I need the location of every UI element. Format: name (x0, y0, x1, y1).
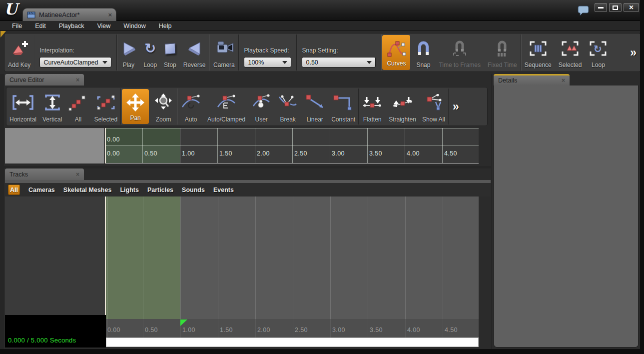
maximize-button[interactable] (609, 3, 622, 12)
curve-time-cursor[interactable] (105, 128, 106, 164)
pan-icon (125, 93, 146, 112)
play-icon (120, 41, 136, 56)
toolbar-overflow-chevron[interactable]: » (626, 46, 641, 60)
tracks-tab[interactable]: Tracks × (5, 168, 84, 180)
details-tab-close-icon[interactable]: × (562, 77, 565, 84)
fit-selected-keys-icon (95, 94, 116, 111)
menu-file[interactable]: File (7, 22, 28, 30)
svg-text:↻: ↻ (594, 43, 602, 55)
curve-ruler-tick: 4.50 (444, 150, 457, 157)
interp-auto-button[interactable]: Auto (177, 88, 204, 126)
interp-constant-button[interactable]: Constant (328, 88, 358, 126)
toolbar-spacer (611, 34, 626, 72)
filter-cameras[interactable]: Cameras (28, 186, 55, 194)
camera-button[interactable]: Camera (209, 34, 238, 72)
track-list-sidebar[interactable] (5, 196, 105, 319)
interpolation-dropdown[interactable]: CurveAutoClamped (39, 57, 111, 68)
close-window-button[interactable]: ✕ (624, 3, 639, 12)
dropdown-arrow-icon (367, 61, 372, 64)
curve-editor-tab-close-icon[interactable]: × (76, 76, 79, 84)
fit-horizontal-icon (11, 94, 34, 111)
show-all-keys-button[interactable]: Show All (419, 88, 448, 126)
maximize-icon (613, 6, 618, 10)
pan-mode-button[interactable]: Pan (122, 89, 149, 124)
snap-toggle-button[interactable]: Snap (411, 34, 435, 72)
menu-playback[interactable]: Playback (52, 22, 91, 30)
fit-loop-button[interactable]: ↻ Loop (585, 34, 611, 72)
snap-setting-dropdown[interactable]: 0.50 (302, 57, 376, 68)
menu-help[interactable]: Help (152, 22, 178, 30)
interp-break-button[interactable]: Break (274, 88, 301, 126)
menu-view[interactable]: View (90, 22, 117, 30)
reverse-button[interactable]: Reverse (180, 34, 209, 72)
curve-editor-tab[interactable]: Curve Editor × (5, 74, 84, 86)
playback-speed-value: 100% (248, 59, 264, 66)
menu-bar: File Edit Playback View Window Help (0, 21, 644, 31)
curve-ruler-tick: 0.00 (107, 150, 120, 157)
curve-editor-grid[interactable]: 0.00 0.00 0.50 1.00 1.50 2.00 2.50 3.00 … (105, 128, 479, 164)
details-content-area[interactable] (494, 86, 639, 348)
interp-constant-icon (332, 94, 354, 111)
track-timeline-area[interactable] (106, 196, 479, 319)
minimize-button[interactable] (595, 3, 607, 12)
document-tab-title: MatineeActor* (39, 11, 80, 18)
flatten-tangents-icon (362, 94, 383, 111)
play-button[interactable]: Play (117, 34, 140, 72)
flatten-tangents-button[interactable]: Flatten (359, 88, 386, 126)
curve-editor-track-list[interactable] (5, 128, 105, 164)
curves-toggle-button[interactable]: Curves (382, 35, 410, 70)
curve-grid-divider (105, 145, 479, 146)
interp-linear-icon (304, 94, 325, 111)
fit-vertical-button[interactable]: Vertical (39, 88, 65, 126)
title-bar[interactable]: U MatineeActor* × ✕ (0, 0, 644, 21)
tracks-tab-close-icon[interactable]: × (76, 171, 79, 178)
snap-setting-field: Snap Setting: 0.50 (297, 34, 381, 72)
interp-linear-button[interactable]: Linear (301, 88, 328, 126)
add-key-icon (9, 40, 30, 58)
zoom-icon (153, 93, 174, 112)
fit-selected-button[interactable]: Selected (555, 34, 586, 72)
fit-selected-keys-button[interactable]: Selected (91, 88, 120, 126)
curve-toolbar-overflow-chevron[interactable]: » (449, 100, 463, 114)
curve-ruler-tick: 2.00 (257, 150, 270, 157)
feedback-bubble-icon[interactable] (578, 5, 590, 16)
playback-speed-label: Playback Speed: (244, 47, 291, 54)
document-tab-matineeactor[interactable]: MatineeActor* × (22, 8, 116, 21)
tracks-panel: Tracks × All Cameras Skeletal Meshes Lig… (4, 168, 491, 349)
loop-playback-button[interactable]: ↻ Loop (140, 34, 160, 72)
ruler-gridlines (106, 319, 479, 338)
playback-speed-dropdown[interactable]: 100% (244, 57, 291, 68)
interp-auto-clamped-button[interactable]: Auto/Clamped (204, 88, 248, 126)
straighten-tangents-icon (392, 94, 414, 111)
curve-ruler-tick: 4.00 (407, 150, 420, 157)
fit-sequence-button[interactable]: Sequence (521, 34, 555, 72)
interpolation-label: Interpolation: (39, 47, 111, 54)
filter-sounds[interactable]: Sounds (182, 186, 205, 194)
filter-particles[interactable]: Particles (147, 186, 173, 194)
snap-setting-value: 0.50 (306, 59, 318, 66)
timeline-ruler[interactable]: 0.00 0.50 1.00 1.50 2.00 2.50 3.00 3.50 … (106, 319, 479, 338)
filter-skeletal-meshes[interactable]: Skeletal Meshes (63, 186, 112, 194)
fit-horizontal-button[interactable]: Horizontal (6, 88, 39, 126)
filter-events[interactable]: Events (213, 186, 234, 194)
timeline-scrollbar[interactable] (106, 338, 479, 347)
document-tab-close-icon[interactable]: × (108, 11, 112, 18)
interp-break-icon (277, 94, 298, 111)
interp-user-button[interactable]: User (248, 88, 274, 126)
filter-all[interactable]: All (8, 184, 20, 195)
zoom-mode-button[interactable]: Zoom (150, 88, 177, 126)
dropdown-arrow-icon (102, 61, 107, 64)
filter-lights[interactable]: Lights (120, 186, 139, 194)
menu-edit[interactable]: Edit (28, 22, 52, 30)
fit-all-icon (68, 94, 88, 111)
fit-all-button[interactable]: All (65, 88, 91, 126)
menu-window[interactable]: Window (117, 22, 152, 30)
loop-end-marker-icon[interactable] (180, 320, 188, 326)
stop-button[interactable]: Stop (160, 34, 180, 72)
track-filter-bar: All Cameras Skeletal Meshes Lights Parti… (5, 183, 491, 196)
add-key-button[interactable]: Add Key (4, 34, 34, 72)
curve-ruler-tick: 1.50 (219, 150, 232, 157)
straighten-tangents-button[interactable]: Straighten (386, 88, 419, 126)
details-tab[interactable]: Details × (494, 74, 570, 86)
close-icon: ✕ (629, 4, 634, 11)
